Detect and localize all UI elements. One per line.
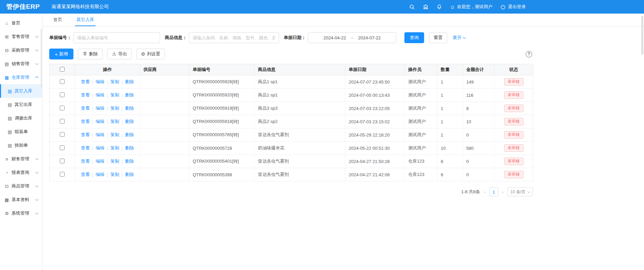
sidebar-scrollbar[interactable] — [41, 29, 42, 87]
action-separator: | — [107, 132, 108, 138]
sidebar-item-disassembly-order[interactable]: ▤ 拆卸单 — [0, 139, 42, 152]
sidebar-item-report[interactable]: ◔ 报表查询 — [0, 166, 42, 179]
row-checkbox[interactable] — [60, 159, 65, 163]
row-checkbox[interactable] — [60, 106, 65, 110]
bell-icon[interactable] — [436, 4, 442, 10]
row-action-delete[interactable]: 删除 — [125, 145, 134, 151]
bill-no-input[interactable] — [73, 32, 160, 43]
row-action-delete[interactable]: 删除 — [125, 92, 134, 98]
row-action-copy[interactable]: 复制 — [110, 92, 119, 98]
sidebar-item-retail[interactable]: ⊞ 零售管理 — [0, 30, 42, 43]
supplier-cell — [140, 155, 189, 168]
sidebar-item-other-inbound[interactable]: ▤ 其它入库 — [0, 84, 42, 98]
tab-other-inbound[interactable]: 其它入库 — [75, 14, 95, 26]
reset-button[interactable]: 重置 — [429, 32, 447, 43]
bill-date-label: 单据日期： — [284, 35, 306, 41]
sidebar-item-product[interactable]: ⊡ 商品管理 — [0, 179, 42, 193]
sidebar-item-transfer-outbound[interactable]: ▤ 调拨出库 — [0, 111, 42, 125]
row-action-edit[interactable]: 编辑 — [95, 105, 104, 111]
row-action-copy[interactable]: 复制 — [110, 158, 119, 164]
sidebar-item-home[interactable]: ⌂ 首页 — [0, 16, 42, 30]
row-action-view[interactable]: 查看 — [81, 172, 90, 178]
add-button[interactable]: + 新增 — [49, 49, 73, 59]
sidebar-item-assembly-order[interactable]: ▤ 组装单 — [0, 125, 42, 139]
row-action-copy[interactable]: 复制 — [110, 172, 119, 178]
row-action-edit[interactable]: 编辑 — [95, 119, 104, 125]
row-action-view[interactable]: 查看 — [81, 158, 90, 164]
date-to[interactable]: 2024-07-22 — [358, 35, 381, 40]
plus-icon: + — [55, 51, 58, 57]
row-checkbox[interactable] — [60, 145, 65, 150]
row-action-delete[interactable]: 删除 — [125, 119, 134, 125]
logout-button[interactable]: 退出登录 — [500, 4, 526, 10]
row-action-copy[interactable]: 复制 — [110, 119, 119, 125]
product-info-input[interactable] — [189, 32, 279, 43]
window-scrollbar[interactable] — [641, 16, 643, 55]
sidebar-item-label: 首页 — [12, 20, 39, 26]
row-checkbox[interactable] — [60, 132, 65, 137]
prev-page-icon[interactable]: ‹ — [483, 190, 486, 195]
row-checkbox[interactable] — [60, 119, 65, 124]
expand-toggle[interactable]: 展开 — [453, 35, 465, 41]
row-action-copy[interactable]: 复制 — [110, 132, 119, 138]
search-icon[interactable] — [409, 4, 415, 10]
delete-button[interactable]: 删除 — [78, 49, 103, 59]
row-action-view[interactable]: 查看 — [81, 105, 90, 111]
row-action-edit[interactable]: 编辑 — [95, 172, 104, 178]
sidebar-item-basic-data[interactable]: ▩ 基本资料 — [0, 193, 42, 206]
next-page-icon[interactable]: › — [501, 190, 504, 195]
action-separator: | — [92, 146, 93, 151]
row-select-cell — [50, 89, 75, 102]
row-action-delete[interactable]: 删除 — [125, 172, 134, 178]
user-menu[interactable]: ☺ 欢迎您，测试用户 — [450, 4, 492, 10]
qty-cell: 1 — [437, 75, 463, 89]
action-separator: | — [107, 146, 108, 151]
row-action-view[interactable]: 查看 — [81, 145, 90, 151]
row-action-edit[interactable]: 编辑 — [95, 79, 104, 85]
sidebar-item-warehouse[interactable]: ▦ 仓库管理 — [0, 71, 42, 84]
sidebar-item-label: 系统管理 — [12, 210, 36, 216]
row-checkbox[interactable] — [60, 172, 65, 177]
page-size-select[interactable]: 10 条/页 — [507, 187, 533, 196]
row-action-delete[interactable]: 删除 — [125, 132, 134, 138]
row-checkbox[interactable] — [60, 79, 65, 84]
sidebar-item-finance[interactable]: ¤ 财务管理 — [0, 152, 42, 166]
row-action-view[interactable]: 查看 — [81, 119, 90, 125]
page-number-1[interactable]: 1 — [489, 187, 498, 196]
row-action-delete[interactable]: 删除 — [125, 158, 134, 164]
column-settings-button[interactable]: ⚙ 列设置 — [136, 49, 165, 59]
row-action-copy[interactable]: 复制 — [110, 145, 119, 151]
toolbar-buttons: + 新增 删除 导出 — [49, 49, 165, 59]
sidebar-item-sales[interactable]: ▤ 销售管理 — [0, 57, 42, 71]
select-all-checkbox[interactable] — [60, 67, 65, 72]
row-action-view[interactable]: 查看 — [81, 92, 90, 98]
row-action-edit[interactable]: 编辑 — [95, 145, 104, 151]
search-button[interactable]: 查询 — [404, 32, 424, 43]
sidebar-item-other-outbound[interactable]: ▤ 其它出库 — [0, 98, 42, 111]
status-badge: 未审核 — [504, 91, 523, 99]
tab-home[interactable]: 首页 — [52, 14, 64, 26]
sidebar-item-system[interactable]: ⚙ 系统管理 — [0, 206, 42, 220]
export-button[interactable]: 导出 — [107, 49, 132, 59]
bill-no-cell: QTRK00000005920[转] — [189, 89, 255, 102]
table-row: 查看|编辑|复制|删除 QTRK00000005728 奶油味爆米花 2024-… — [50, 142, 533, 155]
page-content: 单据编号： 商品信息： 单据日期： 2024-04-22 ~ 2024-07-2… — [42, 32, 533, 196]
product-cell: 商品1 sp1 — [255, 75, 345, 89]
sidebar-chevron-icon — [35, 62, 39, 65]
row-action-edit[interactable]: 编辑 — [95, 132, 104, 138]
row-action-copy[interactable]: 复制 — [110, 79, 119, 85]
date-from[interactable]: 2024-04-22 — [324, 35, 346, 40]
row-action-copy[interactable]: 复制 — [110, 105, 119, 111]
row-action-edit[interactable]: 编辑 — [95, 158, 104, 164]
row-action-edit[interactable]: 编辑 — [95, 92, 104, 98]
row-action-delete[interactable]: 删除 — [125, 79, 134, 85]
sidebar-item-purchase[interactable]: ⊟ 采购管理 — [0, 43, 42, 57]
bank-icon[interactable] — [423, 4, 429, 10]
row-action-view[interactable]: 查看 — [81, 132, 90, 138]
help-icon[interactable]: ? — [526, 51, 532, 57]
row-checkbox[interactable] — [60, 92, 65, 97]
date-range-picker[interactable]: 2024-04-22 ~ 2024-07-22 — [308, 32, 396, 43]
row-action-delete[interactable]: 删除 — [125, 105, 134, 111]
row-action-view[interactable]: 查看 — [81, 79, 90, 85]
action-separator: | — [107, 159, 108, 164]
